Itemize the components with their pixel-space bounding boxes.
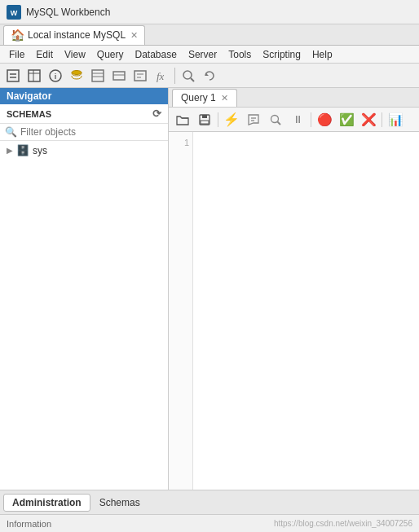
toolbar-func[interactable]: fx bbox=[152, 66, 171, 86]
query-tab-bar: Query 1 ✕ bbox=[169, 88, 419, 108]
qtool-sep1 bbox=[218, 112, 218, 127]
schema-item-sys[interactable]: ▶ 🗄️ sys bbox=[0, 143, 168, 158]
toolbar-reconnect[interactable] bbox=[200, 66, 219, 86]
filter-box: 🔍 bbox=[0, 124, 168, 141]
svg-rect-25 bbox=[201, 121, 209, 124]
tab-bar: 🏠 Local instance MySQL ✕ bbox=[0, 24, 419, 46]
svg-text:W: W bbox=[11, 9, 18, 17]
bottom-tab-administration[interactable]: Administration bbox=[3, 494, 90, 512]
svg-rect-16 bbox=[135, 71, 146, 81]
svg-rect-24 bbox=[202, 115, 207, 118]
menu-scripting[interactable]: Scripting bbox=[257, 47, 307, 62]
info-right: https://blog.csdn.net/weixin_34007256 bbox=[274, 519, 412, 528]
query-toolbar: ⚡ ⏸ 🔴 ✅ ❌ 📊 bbox=[169, 108, 419, 132]
qtool-explain[interactable] bbox=[243, 110, 264, 130]
menu-bar: File Edit View Query Database Server Too… bbox=[0, 46, 419, 64]
qtool-dashboard[interactable]: 📊 bbox=[385, 110, 406, 130]
svg-point-10 bbox=[72, 70, 82, 74]
main-area: Navigator SCHEMAS ⟳ 🔍 ▶ 🗄️ sys Query 1 ✕ bbox=[0, 88, 419, 490]
menu-edit[interactable]: Edit bbox=[30, 47, 59, 62]
query-tab-1-label: Query 1 bbox=[181, 92, 216, 103]
qtool-error[interactable]: 🔴 bbox=[314, 110, 335, 130]
instance-tab-close[interactable]: ✕ bbox=[130, 30, 138, 41]
sidebar: Navigator SCHEMAS ⟳ 🔍 ▶ 🗄️ sys bbox=[0, 88, 169, 490]
svg-point-20 bbox=[183, 71, 192, 79]
qtool-save[interactable] bbox=[194, 110, 215, 130]
qtool-sep2 bbox=[311, 112, 311, 127]
info-bar: Information https://blog.csdn.net/weixin… bbox=[0, 514, 419, 532]
refresh-icon[interactable]: ⟳ bbox=[152, 108, 161, 120]
menu-view[interactable]: View bbox=[59, 47, 91, 62]
menu-help[interactable]: Help bbox=[307, 47, 338, 62]
schemas-label: SCHEMAS bbox=[7, 109, 51, 119]
svg-line-30 bbox=[278, 121, 281, 125]
svg-text:fx: fx bbox=[157, 70, 165, 82]
svg-rect-2 bbox=[7, 70, 19, 81]
toolbar-info[interactable]: i bbox=[46, 66, 65, 86]
toolbar-db[interactable] bbox=[67, 66, 86, 86]
qtool-check[interactable]: ✅ bbox=[336, 110, 357, 130]
toolbar-view[interactable] bbox=[109, 66, 129, 86]
schema-list: ▶ 🗄️ sys bbox=[0, 141, 168, 490]
qtool-open[interactable] bbox=[172, 110, 193, 130]
editor-content[interactable] bbox=[194, 132, 419, 490]
line-number-1: 1 bbox=[172, 135, 189, 150]
filter-search-icon: 🔍 bbox=[5, 126, 17, 138]
qtool-sep3 bbox=[382, 112, 382, 127]
toolbar-new-schema[interactable] bbox=[3, 66, 23, 86]
navigator-label: Navigator bbox=[7, 90, 51, 102]
svg-line-21 bbox=[191, 78, 194, 81]
toolbar-proc[interactable] bbox=[130, 66, 150, 86]
qtool-execute[interactable]: ⚡ bbox=[221, 110, 242, 130]
filter-input[interactable] bbox=[20, 126, 135, 138]
toolbar-table2[interactable] bbox=[88, 66, 108, 86]
menu-database[interactable]: Database bbox=[130, 47, 183, 62]
line-numbers: 1 bbox=[169, 132, 193, 490]
svg-rect-11 bbox=[92, 70, 104, 81]
svg-text:i: i bbox=[55, 73, 57, 81]
navigator-header: Navigator bbox=[0, 88, 168, 104]
app-icon: W bbox=[7, 5, 21, 20]
instance-tab[interactable]: 🏠 Local instance MySQL ✕ bbox=[3, 25, 145, 45]
menu-query[interactable]: Query bbox=[91, 47, 130, 62]
main-toolbar: i fx bbox=[0, 64, 419, 88]
qtool-search[interactable] bbox=[265, 110, 286, 130]
bottom-tab-schemas[interactable]: Schemas bbox=[90, 494, 149, 512]
schemas-header: SCHEMAS ⟳ bbox=[0, 104, 168, 124]
title-bar: W MySQL Workbench bbox=[0, 0, 419, 24]
info-left: Information bbox=[7, 519, 51, 529]
menu-server[interactable]: Server bbox=[183, 47, 223, 62]
menu-file[interactable]: File bbox=[3, 47, 30, 62]
svg-marker-26 bbox=[249, 115, 258, 125]
home-icon: 🏠 bbox=[11, 29, 24, 42]
expand-arrow-sys: ▶ bbox=[7, 146, 13, 155]
menu-tools[interactable]: Tools bbox=[223, 47, 257, 62]
toolbar-new-table[interactable] bbox=[24, 66, 44, 86]
toolbar-sep1 bbox=[174, 68, 175, 84]
qtool-cancel[interactable]: ❌ bbox=[358, 110, 379, 130]
app-title: MySQL Workbench bbox=[26, 7, 110, 18]
svg-rect-14 bbox=[113, 72, 125, 80]
query-area: Query 1 ✕ ⚡ bbox=[169, 88, 419, 490]
bottom-tabs: Administration Schemas bbox=[0, 490, 419, 514]
query-tab-1-close[interactable]: ✕ bbox=[221, 93, 228, 103]
toolbar-search[interactable] bbox=[179, 66, 198, 86]
qtool-stop[interactable]: ⏸ bbox=[287, 110, 308, 130]
instance-tab-label: Local instance MySQL bbox=[28, 29, 126, 41]
query-editor[interactable]: 1 bbox=[169, 132, 419, 490]
schema-name-sys: sys bbox=[33, 145, 47, 156]
query-tab-1[interactable]: Query 1 ✕ bbox=[172, 89, 237, 107]
svg-rect-5 bbox=[29, 70, 40, 81]
db-icon-sys: 🗄️ bbox=[16, 144, 29, 156]
svg-point-29 bbox=[271, 115, 279, 122]
